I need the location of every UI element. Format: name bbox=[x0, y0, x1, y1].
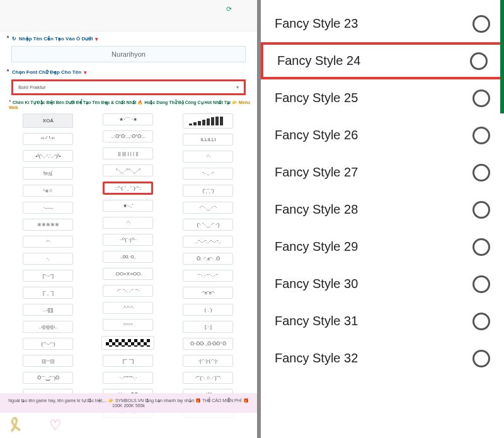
symbol-chip[interactable]: (˘˛˘˛˘) bbox=[183, 185, 233, 197]
symbol-chip[interactable]: ·. bbox=[23, 253, 73, 265]
style-row[interactable]: Fancy Style 29 bbox=[261, 228, 504, 265]
font-select-value: Bold Fraktur bbox=[18, 84, 46, 90]
font-select-dropdown[interactable]: Bold Fraktur ▾ bbox=[11, 79, 246, 95]
symbol-chip[interactable]: ʘ·ʘʘ·.,ʘ·ʘʘ°ʘ bbox=[183, 338, 233, 350]
website-header: ⟳ bbox=[0, 0, 257, 32]
chevron-up-icon[interactable]: ˄ bbox=[6, 35, 9, 42]
symbol-chip[interactable]: ᶀᶓᶊᶋ bbox=[23, 167, 73, 180]
bars-icon[interactable] bbox=[183, 113, 233, 129]
symbol-chip[interactable]: .OO×X×OO. bbox=[103, 268, 153, 280]
style-label: Fancy Style 26 bbox=[275, 128, 358, 142]
symbol-chip[interactable]: ( . ) bbox=[183, 304, 233, 316]
name-input[interactable]: Nurarihyon bbox=[11, 46, 246, 62]
symbol-chip[interactable]: [.·.] bbox=[183, 321, 233, 333]
promo-banner[interactable]: Ngoài tạo tên game hay, tên game kí tự đ… bbox=[0, 393, 257, 413]
symbol-chip[interactable]: ('· ˘·._.·˘ ·') bbox=[183, 219, 233, 231]
style-label: Fancy Style 31 bbox=[275, 314, 358, 328]
radio-icon[interactable] bbox=[472, 89, 490, 107]
style-row[interactable]: Fancy Style 25 bbox=[261, 79, 504, 117]
symbol-chip[interactable]: ʘ´˘`‿'˘`)ʘ bbox=[23, 372, 73, 384]
symbol-chip[interactable]: ·˘· bbox=[103, 217, 153, 229]
symbol-chip[interactable]: ::°·( ˘ ˛ ˘ )·°:: bbox=[103, 182, 153, 195]
symbol-chip[interactable]: ·"· bbox=[23, 236, 73, 248]
symbol-chip[interactable]: ·˘` ˘·. .·˘ ´˘· bbox=[103, 285, 153, 297]
symbol-chip[interactable]: ·"e˘e"· bbox=[183, 287, 233, 299]
scroll-indicator bbox=[500, 0, 504, 113]
style-row[interactable]: Fancy Style 31 bbox=[261, 303, 504, 340]
section-input-name: ˄ ↻ Nhập Tên Cần Tạo Vào Ô Dưới ▾ bbox=[0, 32, 257, 43]
symbol-chip[interactable]: (||···||) bbox=[23, 355, 73, 367]
radio-icon[interactable] bbox=[472, 350, 490, 367]
symbol-chip[interactable]: ·.·"""""·.· bbox=[103, 372, 153, 384]
symbol-chip[interactable]: ·˘`·._.·´˘· bbox=[183, 202, 233, 214]
symbol-chip[interactable]: ˘· .. ·˘ bbox=[183, 168, 233, 180]
radio-icon[interactable] bbox=[472, 313, 490, 330]
symbol-chip[interactable]: [˘ ˛ ˘] bbox=[23, 287, 73, 299]
insert-symbols-label: ˄ Chèn Kí Tự Đặc Biệt Bên Dưới Để Tạo Tê… bbox=[0, 99, 257, 113]
symbol-chip[interactable]: °·._.·°°·._.·° bbox=[103, 164, 153, 176]
style-label: Fancy Style 27 bbox=[275, 165, 358, 180]
symbol-chip[interactable]: ..:ʘ°ʘ:..,:ʘ°ʘ:.. bbox=[103, 130, 153, 142]
symbol-chip[interactable]: || ||| | | | || bbox=[103, 147, 153, 159]
symbol-chip[interactable]: ·"·°·"· bbox=[103, 302, 153, 314]
symbol-chip[interactable]: ʘ. ·˘,e˘· .ʘ bbox=[183, 253, 233, 265]
style-list[interactable]: Fancy Style 23Fancy Style 24Fancy Style … bbox=[261, 0, 504, 382]
radio-icon[interactable] bbox=[472, 275, 490, 293]
website-footer: Ngoài tạo tên game hay, tên game kí tự đ… bbox=[0, 393, 257, 438]
arrow-down-red-icon: ▾ bbox=[95, 36, 98, 42]
refresh-icon[interactable]: ⟳ bbox=[226, 5, 232, 13]
chevron-up-icon[interactable]: ˄ bbox=[9, 100, 11, 105]
insert-text: Chèn Kí Tự Đặc Biệt Bên Dưới Để Tạo Tên … bbox=[13, 100, 238, 105]
symbols-col-2: ILLILLI·˘·˘· .. ·˘(˘˛˘˛˘)·˘`·._.·´˘·('· … bbox=[171, 113, 245, 418]
radio-icon[interactable] bbox=[472, 15, 490, 33]
style-label: Fancy Style 29 bbox=[275, 239, 358, 254]
ribbon-row: 🎗 ♡ bbox=[0, 413, 257, 438]
style-row[interactable]: Fancy Style 24 bbox=[261, 42, 504, 79]
symbol-chip[interactable]: ˘¨·.·¨"¨·.·¨˘ bbox=[183, 270, 233, 282]
radio-icon[interactable] bbox=[472, 201, 490, 219]
symbol-chip[interactable]: ..00.·0.. bbox=[103, 251, 153, 263]
style-row[interactable]: Fancy Style 26 bbox=[261, 117, 504, 154]
symbol-chip[interactable]: ·"˘(´·.☆.·`)˘"· bbox=[183, 372, 233, 384]
radio-icon[interactable] bbox=[472, 127, 490, 144]
radio-icon[interactable] bbox=[470, 52, 488, 70]
symbols-grid: XOÁ༺╯╰༻•¹('·..·','..·')²•ᶀᶓᶊᶋᴸᴏ☆·-----≋≋… bbox=[0, 113, 257, 418]
symbol-chip[interactable]: •¹('·..·','..·')²• bbox=[23, 150, 73, 162]
checker-icon[interactable] bbox=[101, 336, 154, 350]
radio-icon[interactable] bbox=[472, 164, 490, 182]
dropdown-triangle-icon: ▾ bbox=[236, 84, 239, 90]
symbol-chip[interactable]: ["˘ ˘"] bbox=[103, 355, 153, 367]
style-row[interactable]: Fancy Style 30 bbox=[261, 265, 504, 303]
symbol-chip[interactable]: ··ᴼ(´·)ᴼ·· bbox=[103, 234, 153, 246]
symbol-chip[interactable]: XOÁ bbox=[23, 113, 73, 128]
symbol-chip[interactable]: ..-[[]] bbox=[23, 304, 73, 316]
symbol-chip[interactable]: ᴸᴏ☆ bbox=[23, 185, 73, 197]
style-row[interactable]: Fancy Style 32 bbox=[261, 340, 504, 377]
chevron-up-icon[interactable]: ˄ bbox=[6, 69, 9, 76]
symbol-chip[interactable]: (·"·-·"·) bbox=[23, 338, 73, 350]
symbol-chip[interactable]: ·˘· bbox=[183, 151, 233, 163]
radio-icon[interactable] bbox=[472, 238, 490, 256]
section-label: Chọn Font Chữ Đẹp Cho Tên bbox=[12, 69, 81, 75]
style-label: Fancy Style 30 bbox=[275, 277, 358, 291]
arrow-down-red-icon: ▾ bbox=[84, 69, 87, 76]
style-label: Fancy Style 25 bbox=[275, 91, 358, 105]
symbol-chip[interactable]: ["·-·"] bbox=[23, 270, 73, 282]
symbol-chip[interactable]: ༺╯╰༻ bbox=[23, 133, 73, 145]
style-row[interactable]: Fancy Style 23 bbox=[261, 5, 504, 42]
symbol-chip[interactable]: ILLILLI bbox=[183, 134, 233, 146]
symbols-col-0: XOÁ༺╯╰༻•¹('·..·','..·')²•ᶀᶓᶊᶋᴸᴏ☆·-----≋≋… bbox=[11, 113, 85, 418]
mobile-style-picker: Fancy Style 23Fancy Style 24Fancy Style … bbox=[257, 0, 504, 438]
symbol-chip[interactable]: ..ı||ı||ı||ı.. bbox=[23, 321, 73, 333]
symbol-chip[interactable]: ·----- bbox=[23, 202, 73, 214]
symbol-chip[interactable]: ★·´¯`·★ bbox=[103, 113, 153, 125]
symbol-chip[interactable]: ★·-,˘ bbox=[103, 200, 153, 212]
symbol-chip[interactable]: .."·-·"..·"·-·".. bbox=[183, 236, 233, 248]
symbol-chip[interactable]: ᶜᶜᶜᶜᶜ bbox=[103, 319, 153, 331]
website-panel: ⟳ ˄ ↻ Nhập Tên Cần Tạo Vào Ô Dưới ▾ Nura… bbox=[0, 0, 257, 438]
style-row[interactable]: Fancy Style 28 bbox=[261, 191, 504, 228]
symbol-chip[interactable]: ≋≋≋≋≋ bbox=[23, 219, 73, 231]
style-row[interactable]: Fancy Style 27 bbox=[261, 154, 504, 191]
symbols-col-1: ★·´¯`·★..:ʘ°ʘ:..,:ʘ°ʘ:..|| ||| | | | ||°… bbox=[91, 113, 165, 418]
symbol-chip[interactable]: ·(·˘·)·(·˘·)· bbox=[183, 355, 233, 367]
